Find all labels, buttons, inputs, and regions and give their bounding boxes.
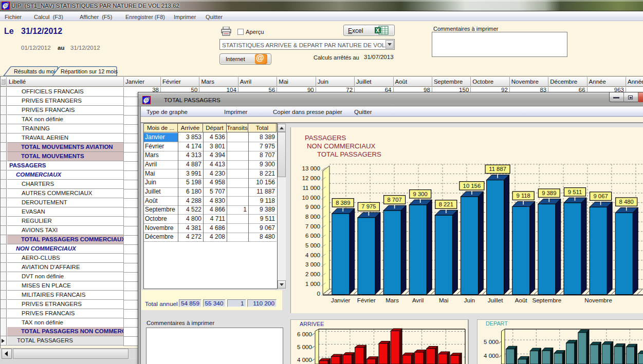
svg-text:8 389: 8 389 (336, 200, 350, 206)
svg-text:9 511: 9 511 (568, 189, 582, 195)
svg-text:9 118: 9 118 (516, 193, 530, 199)
svg-text:1 000: 1 000 (305, 280, 320, 287)
svg-text:8 221: 8 221 (439, 201, 453, 207)
svg-text:Septembre: Septembre (532, 297, 561, 303)
svg-text:DEPART: DEPART (486, 320, 508, 327)
svg-text:Mai: Mai (439, 297, 449, 303)
svg-text:Juillet: Juillet (488, 297, 503, 303)
svg-text:10 000: 10 000 (302, 194, 320, 201)
svg-text:0: 0 (317, 290, 320, 297)
svg-text:5 000: 5 000 (297, 343, 312, 350)
svg-text:5 000: 5 000 (305, 242, 320, 248)
svg-text:Avril: Avril (412, 297, 424, 303)
svg-text:Janvier: Janvier (331, 297, 351, 303)
svg-text:3 000: 3 000 (305, 261, 320, 267)
svg-text:7 975: 7 975 (361, 203, 376, 209)
svg-text:NON COMMERCIAUX: NON COMMERCIAUX (307, 142, 376, 150)
svg-text:8 480: 8 480 (619, 199, 634, 205)
svg-text:4 000: 4 000 (305, 252, 320, 258)
svg-text:Février: Février (357, 297, 376, 303)
svg-text:10 156: 10 156 (463, 183, 481, 189)
svg-text:7 000: 7 000 (305, 223, 320, 229)
svg-text:11 000: 11 000 (302, 184, 320, 191)
svg-text:Novembre: Novembre (584, 297, 612, 303)
svg-text:Juin: Juin (464, 297, 475, 303)
svg-text:TOTAL PASSAGERS: TOTAL PASSAGERS (317, 150, 381, 158)
svg-text:8 707: 8 707 (387, 197, 401, 203)
svg-text:Août: Août (515, 297, 528, 303)
svg-text:13 000: 13 000 (302, 165, 320, 171)
svg-text:X: X (376, 27, 380, 33)
svg-text:9 389: 9 389 (542, 190, 556, 196)
svg-text:9 000: 9 000 (305, 203, 320, 210)
svg-text:Résultats du moi: Résultats du moi (14, 68, 55, 74)
svg-text:9 067: 9 067 (593, 193, 608, 199)
svg-text:6 000: 6 000 (305, 232, 320, 239)
svg-text:12 000: 12 000 (302, 175, 320, 181)
svg-text:4 000: 4 000 (484, 352, 499, 359)
svg-text:4 000: 4 000 (297, 356, 312, 363)
svg-text:ARRIVEE: ARRIVEE (300, 321, 324, 327)
svg-text:Mars: Mars (385, 297, 399, 303)
svg-text:5 000: 5 000 (484, 338, 499, 345)
svg-text:9 300: 9 300 (413, 191, 428, 197)
svg-text:Répartition sur 12 mois: Répartition sur 12 mois (61, 68, 118, 74)
svg-text:2 000: 2 000 (305, 271, 320, 277)
svg-text:6 000: 6 000 (297, 331, 312, 337)
svg-text:11 887: 11 887 (489, 166, 506, 172)
svg-text:8 000: 8 000 (305, 213, 320, 220)
svg-text:PASSAGERS: PASSAGERS (305, 134, 346, 142)
